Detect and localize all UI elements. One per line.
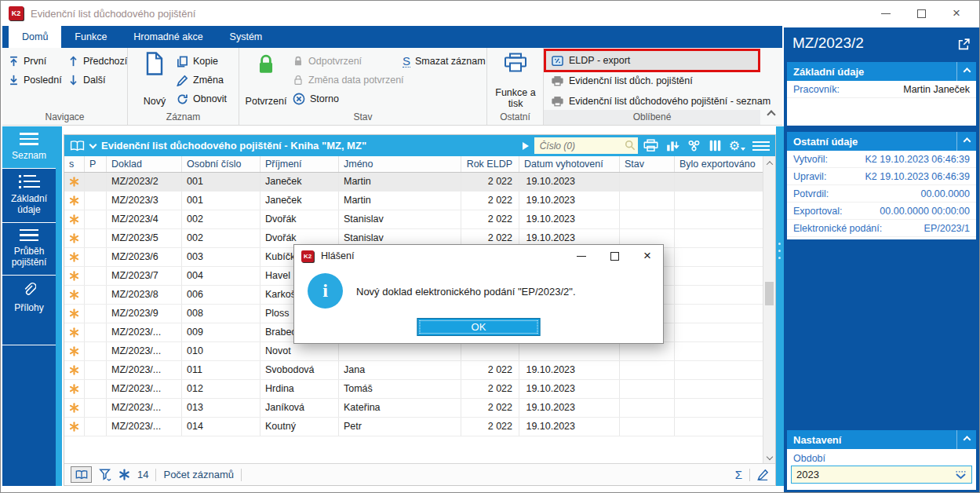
s-underline-icon: S xyxy=(403,55,410,68)
section-header-nastaveni[interactable]: Nastavení xyxy=(787,430,976,449)
cell-bylo-exportovano xyxy=(675,342,763,360)
open-in-window-icon[interactable] xyxy=(957,38,971,51)
section-header-ostatni-udaje[interactable]: Ostatní údaje xyxy=(787,132,976,151)
table-row[interactable]: MZ/2023/... 012 Hrdina Tomáš 2 022 19.10… xyxy=(64,380,763,399)
refresh-button[interactable]: Obnovit xyxy=(177,91,227,107)
scrollbar-thumb[interactable] xyxy=(765,282,774,305)
first-record-button[interactable]: První xyxy=(9,53,62,69)
vertical-scrollbar[interactable] xyxy=(763,156,775,463)
new-record-button[interactable]: Nový xyxy=(137,52,172,107)
new-records-star-icon[interactable] xyxy=(118,469,130,480)
tab-system[interactable]: Systém xyxy=(217,26,276,48)
favorite-print-eldp[interactable]: Evidenční list důch. pojištění xyxy=(546,71,758,90)
search-input[interactable] xyxy=(534,137,638,154)
cell-doklad: MZ/2023/... xyxy=(107,380,182,398)
column-header-doklad[interactable]: Doklad xyxy=(107,156,182,172)
tab-hromadne-akce[interactable]: Hromadné akce xyxy=(120,26,216,48)
cell-osobni-cislo: 013 xyxy=(182,399,260,417)
column-header-rok-eldp[interactable]: Rok ELDP xyxy=(461,156,519,172)
ribbon: První Poslední Předchozí Další Navigace xyxy=(2,48,782,126)
cell-bylo-exportovano xyxy=(675,323,763,341)
column-header-datum-vyhotoveni[interactable]: Datum vyhotovení xyxy=(519,156,620,172)
edit-pencil-icon[interactable] xyxy=(757,469,769,480)
storno-button[interactable]: Storno xyxy=(293,91,404,107)
collapse-section-icon[interactable] xyxy=(956,132,976,151)
dialog-minimize-icon[interactable] xyxy=(577,256,586,257)
printer-icon xyxy=(504,53,527,73)
table-row[interactable]: MZ/2023/... 014 Koutný Petr 2 022 19.10.… xyxy=(64,418,763,436)
ribbon-collapse-icon[interactable] xyxy=(768,109,774,120)
tab-domu[interactable]: Domů xyxy=(9,26,61,48)
tab-funkce[interactable]: Funkce xyxy=(61,26,120,48)
record-star-icon xyxy=(64,192,85,210)
column-header-stav[interactable]: Stav xyxy=(620,156,675,172)
sum-icon[interactable]: Σ xyxy=(735,468,742,481)
column-header-jmeno[interactable]: Jméno xyxy=(339,156,461,172)
cell-bylo-exportovano xyxy=(675,399,763,417)
cell-datum-vyhotoveni: 19.10.2023 xyxy=(519,210,620,228)
hamburger-menu-icon[interactable] xyxy=(752,141,770,151)
field-value: 00.00.0000 xyxy=(920,188,970,199)
table-row[interactable]: MZ/2023/2 001 Janeček Martin 2 022 19.10… xyxy=(64,173,763,192)
change-confirm-date-button[interactable]: Změna data potvrzení xyxy=(293,72,404,88)
maximize-icon[interactable] xyxy=(917,9,926,18)
sidebar-item-seznam[interactable]: Seznam xyxy=(2,126,56,169)
column-header-p[interactable]: P xyxy=(85,156,107,172)
favorite-eldp-export[interactable]: ELDP - export xyxy=(546,51,758,70)
cell-stav xyxy=(620,210,675,228)
chevron-down-icon[interactable] xyxy=(89,141,97,148)
delete-record-button[interactable]: S Smazat záznam xyxy=(403,53,486,69)
column-header-osobni-cislo[interactable]: Osobní číslo xyxy=(182,156,260,172)
period-combobox[interactable]: 2023 xyxy=(791,466,972,484)
dialog-close-icon[interactable]: × xyxy=(643,250,651,261)
previous-record-button[interactable]: Předchozí xyxy=(68,53,127,69)
workflow-icon[interactable] xyxy=(687,139,701,152)
print-icon[interactable] xyxy=(643,139,658,152)
book-icon[interactable] xyxy=(70,140,85,152)
sidebar-item-prilohy[interactable]: Přílohy xyxy=(2,276,56,345)
columns-icon[interactable] xyxy=(709,139,722,152)
functions-print-button[interactable]: Funkce a tisk xyxy=(490,53,541,109)
column-header-s[interactable]: s xyxy=(64,156,85,172)
scroll-up-icon[interactable] xyxy=(763,156,775,170)
sidebar-item-zakladni-udaje[interactable]: Základní údaje xyxy=(2,169,56,223)
combo-dropdown-icon[interactable] xyxy=(955,469,967,480)
sidebar-item-prubeh-pojisteni[interactable]: Průběh pojištění xyxy=(2,223,56,276)
cell-datum-vyhotoveni: 19.10.2023 xyxy=(519,361,620,379)
scroll-down-icon[interactable] xyxy=(763,450,775,463)
unconfirm-button[interactable]: Odpotvrzení xyxy=(293,53,404,69)
panel-splitter[interactable] xyxy=(776,126,784,486)
ok-button[interactable]: OK xyxy=(417,318,541,336)
table-row[interactable]: MZ/2023/... 013 Janíková Kateřina 2 022 … xyxy=(64,399,763,418)
table-row[interactable]: MZ/2023/... 011 Svobodová Jana 2 022 19.… xyxy=(64,361,763,380)
next-record-button[interactable]: Další xyxy=(68,72,127,88)
field-value: Martin Janeček xyxy=(903,84,970,95)
last-record-button[interactable]: Poslední xyxy=(9,72,62,88)
collapse-section-icon[interactable] xyxy=(956,430,976,449)
column-header-bylo-exportovano[interactable]: Bylo exportováno xyxy=(675,156,763,172)
lock-green-icon xyxy=(256,53,276,77)
table-row[interactable]: MZ/2023/4 002 Dvořák Stanislav 2 022 19.… xyxy=(64,210,763,229)
table-row[interactable]: MZ/2023/... 010 Novot xyxy=(64,342,763,361)
filter-icon[interactable] xyxy=(99,468,111,481)
minimize-icon[interactable] xyxy=(881,13,891,14)
favorite-print-eldp-seznam[interactable]: Evidenční list důchodového pojištění - s… xyxy=(546,92,758,111)
table-row[interactable]: MZ/2023/3 001 Janeček Martin 2 022 19.10… xyxy=(64,192,763,210)
cell-osobni-cislo: 012 xyxy=(182,380,260,398)
confirm-button[interactable]: Potvrzení xyxy=(242,52,290,107)
copy-button[interactable]: Kopie xyxy=(177,53,227,69)
cell-datum-vyhotoveni: 19.10.2023 xyxy=(519,192,620,210)
collapse-section-icon[interactable] xyxy=(956,62,976,81)
chart-export-icon[interactable] xyxy=(665,139,679,152)
section-header-zakladni-udaje[interactable]: Základní údaje xyxy=(787,62,976,81)
change-button[interactable]: Změna xyxy=(177,72,227,88)
cell-jmeno: Stanislav xyxy=(339,210,461,228)
settings-gear-icon[interactable]: ⚙ xyxy=(729,138,745,153)
column-header-prijmeni[interactable]: Příjmení xyxy=(260,156,339,172)
play-icon[interactable] xyxy=(523,142,529,150)
field-value: 00.00.0000 00:00:00 xyxy=(880,206,970,217)
cell-p xyxy=(85,192,107,210)
close-icon[interactable]: × xyxy=(953,8,960,19)
dialog-maximize-icon[interactable] xyxy=(610,252,619,261)
book-view-button[interactable] xyxy=(71,466,92,483)
